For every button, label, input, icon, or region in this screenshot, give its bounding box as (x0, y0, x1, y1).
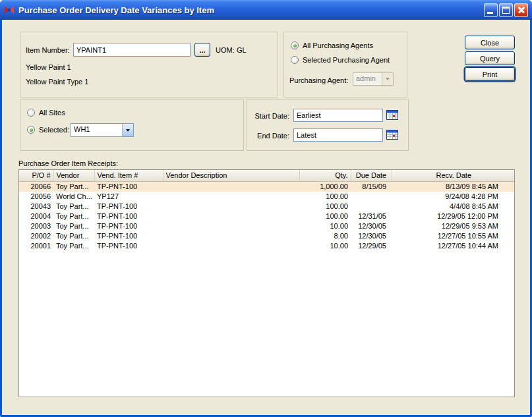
cell-recv-date: 12/29/05 12:00 PM (392, 211, 515, 221)
col-header-qty[interactable]: Qty. (299, 170, 351, 181)
table-row[interactable]: 20002 Toy Part... TP-PNT-100 8.00 12/30/… (19, 231, 515, 241)
cell-qty: 10.00 (299, 241, 351, 251)
cell-po: 20001 (19, 241, 53, 251)
selected-site-label: Selected: (39, 126, 69, 134)
start-date-label: Start Date: (247, 111, 289, 121)
table-row[interactable]: 20043 Toy Part... TP-PNT-100 100.00 4/4/… (19, 202, 515, 211)
window-controls (484, 3, 528, 17)
cell-recv-date: 12/29/05 9:53 AM (392, 221, 515, 231)
item-number-label: Item Number: (26, 45, 70, 55)
all-sites-radio[interactable]: All Sites (27, 109, 65, 117)
maximize-button[interactable] (499, 3, 513, 17)
cell-qty: 100.00 (299, 192, 351, 202)
titlebar[interactable]: Purchase Order Delivery Date Variances b… (0, 0, 532, 20)
cell-vend-item: TP-PNT-100 (94, 211, 163, 221)
end-date-calendar-button[interactable] (386, 129, 399, 141)
col-header-due-date[interactable]: Due Date (351, 170, 392, 181)
cell-due-date: 12/30/05 (351, 231, 392, 241)
cell-vend-item: TP-PNT-100 (94, 241, 163, 251)
table-row[interactable]: 20001 Toy Part... TP-PNT-100 10.00 12/29… (19, 241, 515, 251)
minimize-button[interactable] (484, 3, 498, 17)
uom-label: UOM: (216, 45, 235, 55)
cell-due-date (351, 192, 392, 202)
cell-due-date (351, 202, 392, 211)
close-window-button[interactable] (514, 3, 528, 17)
client-area: Item Number: ... UOM: GL Yellow Paint 1 … (2, 20, 530, 415)
selected-purchasing-agent-radio[interactable]: Selected Purchasing Agent (291, 56, 390, 64)
cell-description (163, 221, 299, 231)
cell-qty: 100.00 (299, 202, 351, 211)
app-window: Purchase Order Delivery Date Variances b… (0, 0, 532, 417)
cell-po: 20003 (19, 221, 53, 231)
close-button[interactable]: Close (465, 36, 515, 49)
receipts-section-label: Purchase Order Item Receipts: (18, 159, 118, 168)
col-header-recv-date[interactable]: Recv. Date (392, 170, 515, 181)
all-purchasing-agents-radio[interactable]: All Purchasing Agents (291, 42, 373, 49)
print-button[interactable]: Print (465, 67, 515, 81)
cell-vend-item: TP-PNT-100 (94, 202, 163, 211)
cell-vendor: Toy Part... (53, 231, 94, 241)
chevron-down-icon[interactable] (122, 124, 133, 136)
cell-description (163, 231, 299, 241)
cell-vend-item: TP-PNT-100 (94, 221, 163, 231)
sites-group: All Sites Selected: WH1 (20, 99, 244, 151)
cell-recv-date: 4/4/08 8:45 AM (392, 202, 515, 211)
cell-vend-item: YP127 (94, 192, 163, 202)
calendar-icon (386, 132, 398, 142)
receipts-table: P/O # Vendor Vend. Item # Vendor Descrip… (18, 169, 515, 397)
col-header-vendor-description[interactable]: Vendor Description (163, 170, 299, 181)
query-button[interactable]: Query (465, 51, 515, 65)
start-date-calendar-button[interactable] (386, 109, 399, 121)
cell-recv-date: 12/27/05 10:55 AM (392, 231, 515, 241)
cell-recv-date: 8/13/09 8:45 AM (392, 181, 515, 192)
cell-recv-date: 12/27/05 10:44 AM (392, 241, 515, 251)
end-date-input[interactable] (293, 128, 383, 142)
item-group: Item Number: ... UOM: GL Yellow Paint 1 … (20, 32, 278, 97)
cell-description (163, 241, 299, 251)
cell-po: 20043 (19, 202, 53, 211)
site-combobox-value: WH1 (71, 124, 122, 136)
col-header-vendor[interactable]: Vendor (53, 170, 94, 181)
cell-due-date: 12/30/05 (351, 221, 392, 231)
all-sites-label: All Sites (39, 109, 65, 117)
purchasing-agent-combobox: admin (353, 72, 394, 86)
radio-unselected-icon (291, 56, 299, 64)
item-number-input[interactable] (73, 43, 191, 57)
cell-vend-item: TP-PNT-100 (94, 231, 163, 241)
col-header-vend-item[interactable]: Vend. Item # (94, 170, 163, 181)
radio-selected-icon (27, 126, 35, 134)
cell-po: 20066 (19, 181, 53, 192)
cell-vendor: Toy Part... (53, 241, 94, 251)
uom-value: GL (237, 45, 247, 55)
maximize-icon (502, 7, 510, 14)
chevron-down-icon (382, 73, 393, 85)
window-title: Purchase Order Delivery Date Variances b… (18, 5, 214, 15)
purchasing-agents-group: All Purchasing Agents Selected Purchasin… (283, 32, 407, 97)
start-date-input[interactable] (293, 109, 383, 122)
site-combobox[interactable]: WH1 (71, 123, 134, 137)
cell-qty: 10.00 (299, 221, 351, 231)
selected-purchasing-agent-label: Selected Purchasing Agent (303, 56, 390, 64)
purchasing-agent-label: Purchasing Agent: (289, 76, 348, 85)
col-header-po[interactable]: P/O # (19, 170, 53, 181)
cell-vend-item: TP-PNT-100 (94, 181, 163, 192)
cell-description (163, 202, 299, 211)
end-date-label: End Date: (247, 131, 289, 140)
dates-group: Start Date: (247, 99, 409, 151)
table-row[interactable]: 20003 Toy Part... TP-PNT-100 10.00 12/30… (19, 221, 515, 231)
item-browse-button[interactable]: ... (194, 43, 210, 57)
cell-vendor: Toy Part... (53, 221, 94, 231)
cell-vendor: World Ch... (53, 192, 94, 202)
cell-qty: 8.00 (299, 231, 351, 241)
selected-site-radio[interactable]: Selected: (27, 126, 69, 134)
table-row[interactable]: 20066 Toy Part... TP-PNT-100 1,000.00 8/… (19, 181, 515, 192)
cell-due-date: 12/31/05 (351, 211, 392, 221)
cell-po: 20056 (19, 192, 53, 202)
cell-qty: 100.00 (299, 211, 351, 221)
radio-selected-icon (291, 42, 299, 49)
calendar-icon (386, 112, 398, 122)
minimize-icon (487, 12, 493, 14)
item-description-1: Yellow Paint 1 (26, 63, 71, 72)
table-row[interactable]: 20004 Toy Part... TP-PNT-100 100.00 12/3… (19, 211, 515, 221)
table-row[interactable]: 20056 World Ch... YP127 100.00 9/24/08 4… (19, 192, 515, 202)
